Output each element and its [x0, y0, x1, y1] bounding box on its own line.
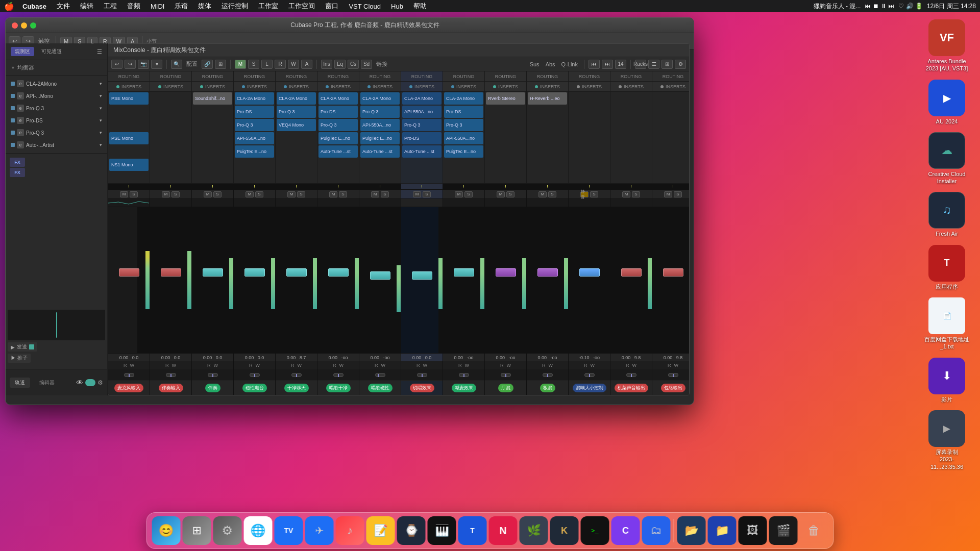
dock-trash[interactable]: 🗑: [800, 516, 828, 545]
insert-slot-1-6[interactable]: NS1 Mono: [109, 159, 149, 171]
mc-s[interactable]: S: [248, 60, 259, 69]
mc-cs[interactable]: Cs: [348, 60, 359, 69]
vf-bundle-icon[interactable]: VF Antares Bundle2023 [AU, VST3]: [924, 17, 970, 74]
mc-undo[interactable]: ↩: [111, 60, 122, 69]
insert-slot-5-3[interactable]: VEQ4 Mono: [277, 119, 316, 131]
track-arrow-2[interactable]: ▾: [100, 93, 102, 98]
menu-midi[interactable]: MIDI: [146, 3, 168, 10]
mc-eq[interactable]: Eq: [334, 60, 346, 69]
pan-knob-3[interactable]: [208, 373, 218, 377]
channel-label-3[interactable]: 伴奏: [205, 384, 220, 392]
insert-slot-7-2[interactable]: Pro-Q 3: [360, 106, 400, 118]
clip-13[interactable]: !: [610, 184, 652, 190]
dock-netease[interactable]: N: [489, 516, 518, 545]
mute-btn-3[interactable]: M: [204, 191, 212, 197]
dock-piano[interactable]: 🎹: [428, 516, 456, 545]
solo-btn-2[interactable]: S: [172, 191, 180, 197]
view-tab-observe[interactable]: 观测区: [11, 47, 34, 56]
fader-12[interactable]: [579, 268, 600, 277]
channel-label-13[interactable]: 机架声音输出: [615, 384, 648, 392]
dock-nature[interactable]: 🌿: [520, 516, 548, 545]
solo-btn-8[interactable]: S: [423, 191, 431, 197]
mc-search[interactable]: 🔍: [171, 60, 182, 69]
insert-slot-9-5[interactable]: PuigTec E...no: [444, 145, 483, 158]
fader-5[interactable]: [286, 268, 307, 277]
mc-m[interactable]: M: [235, 60, 246, 69]
toggle-1[interactable]: [85, 379, 95, 386]
view-settings-icon[interactable]: ☰: [97, 48, 102, 55]
insert-slot-9-3[interactable]: Pro-Q 3: [444, 119, 483, 131]
fader-14[interactable]: [663, 268, 683, 277]
mute-btn-12[interactable]: 静音: [580, 191, 589, 197]
mute-btn-9[interactable]: M: [455, 191, 463, 197]
solo-btn-12[interactable]: S: [590, 191, 598, 197]
menu-transport[interactable]: 运行控制: [217, 2, 252, 11]
mute-btn-14[interactable]: M: [664, 191, 672, 197]
channel-label-4[interactable]: 磁性电台: [242, 384, 267, 392]
mini-fader[interactable]: [56, 312, 57, 338]
channel-label-10[interactable]: 厅混: [498, 384, 513, 392]
insert-slot-4-1[interactable]: CLA-2A Mono: [235, 92, 274, 105]
insert-slot-4-4[interactable]: API-550A...no: [235, 132, 274, 144]
insert-slot-6-3[interactable]: Pro-Q 3: [318, 119, 358, 131]
mute-btn-2[interactable]: M: [162, 191, 170, 197]
insert-slot-6-4[interactable]: PuigTec E...no: [318, 132, 358, 144]
fader-13[interactable]: [621, 268, 642, 277]
channel-label-11[interactable]: 板混: [540, 384, 555, 392]
dock-finder[interactable]: 😊: [152, 516, 181, 545]
insert-slot-5-1[interactable]: CLA-2A Mono: [277, 92, 316, 105]
clip-9[interactable]: !: [443, 184, 484, 190]
solo-btn-3[interactable]: S: [213, 191, 222, 197]
menu-help[interactable]: 帮助: [409, 2, 431, 11]
dock-chrome[interactable]: 🌐: [244, 516, 273, 545]
fader-4[interactable]: [244, 268, 265, 277]
menu-hub[interactable]: Hub: [387, 3, 407, 10]
track-arrow-4[interactable]: ▾: [100, 118, 102, 123]
fader-10[interactable]: [496, 268, 516, 277]
dock-folder1[interactable]: 📂: [677, 516, 706, 545]
channel-label-8[interactable]: 说唱效果: [410, 384, 434, 392]
insert-slot-8-5[interactable]: Auto-Tune ...st: [402, 145, 442, 158]
pan-knob-11[interactable]: [543, 373, 553, 377]
mc-racks[interactable]: Racks: [635, 60, 646, 69]
menu-project[interactable]: 工程: [100, 2, 121, 11]
tracks-tab[interactable]: 轨道: [10, 378, 30, 388]
track-item-5[interactable]: e Pro-Q 3 ▾: [8, 127, 105, 139]
mc-link[interactable]: 🔗: [202, 60, 213, 69]
maximize-button[interactable]: [30, 22, 36, 29]
clip-2[interactable]: !: [150, 184, 191, 190]
mc-next[interactable]: ⏭: [602, 60, 613, 69]
fader-7[interactable]: [370, 271, 390, 280]
mc-r[interactable]: R: [275, 60, 286, 69]
editor-tab[interactable]: 编辑器: [34, 378, 60, 388]
track-arrow-3[interactable]: ▾: [100, 106, 102, 111]
insert-slot-8-1[interactable]: CLA-2A Mono: [402, 92, 442, 105]
solo-btn-7[interactable]: S: [381, 191, 389, 197]
channel-label-1[interactable]: 麦克风输入: [114, 384, 143, 392]
pan-knob-4[interactable]: [250, 373, 260, 377]
channel-label-9[interactable]: 喊麦效果: [452, 384, 476, 392]
pan-knob-7[interactable]: [375, 373, 385, 377]
solo-btn-13[interactable]: S: [632, 191, 640, 197]
insert-slot-8-3[interactable]: Pro-Q 3: [402, 119, 442, 131]
insert-slot-6-2[interactable]: Pro-DS: [318, 106, 358, 118]
dock-terminal[interactable]: >_: [581, 516, 609, 545]
mute-btn-7[interactable]: M: [371, 191, 379, 197]
dock-quicktime[interactable]: 🎬: [769, 516, 798, 545]
menu-file[interactable]: 文件: [53, 2, 74, 11]
dock-folder2[interactable]: 📁: [708, 516, 737, 545]
mc-view1[interactable]: ☰: [648, 60, 659, 69]
track-arrow-5[interactable]: ▾: [100, 130, 102, 135]
fader-6[interactable]: [328, 268, 349, 277]
send-btn[interactable]: ▶ 发送: [8, 342, 37, 352]
insert-slot-9-2[interactable]: Pro-DS: [444, 106, 483, 118]
channel-label-2[interactable]: 伴奏输入: [159, 384, 183, 392]
solo-btn-5[interactable]: S: [297, 191, 305, 197]
insert-slot-4-2[interactable]: Pro-DS: [235, 106, 274, 118]
track-arrow-1[interactable]: ▾: [100, 81, 102, 86]
insert-slot-8-4[interactable]: Pro-DS: [402, 132, 442, 144]
dock-cursor[interactable]: C: [611, 516, 640, 545]
mc-dropdown[interactable]: ▾: [151, 60, 162, 69]
music-status[interactable]: 獵狗音乐人 - 混...: [814, 2, 861, 11]
pan-knob-5[interactable]: [291, 373, 302, 377]
